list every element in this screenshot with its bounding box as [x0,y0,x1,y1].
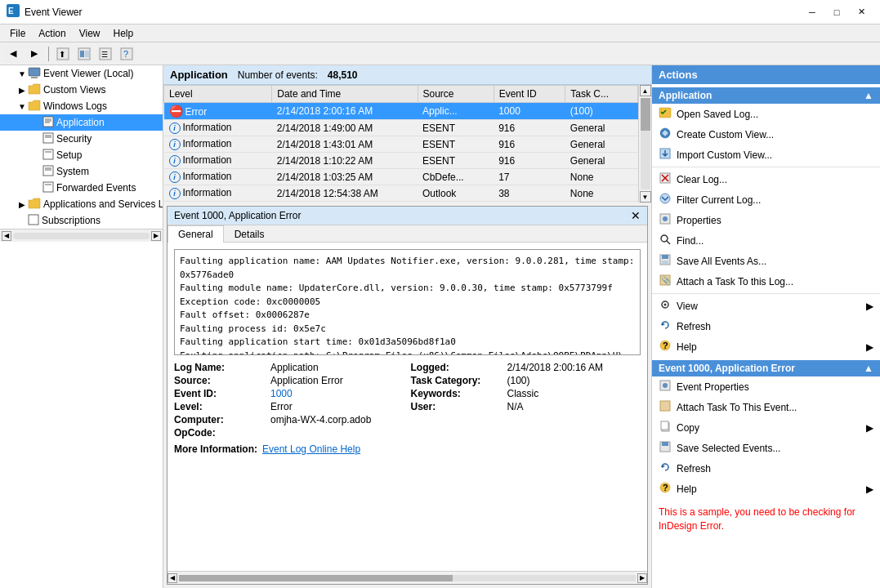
cell-eventid: 1000 [494,103,565,120]
find-icon [659,233,672,248]
table-row[interactable]: iInformation2/14/2018 1:43:01 AMESENT916… [164,136,638,153]
col-taskcategory[interactable]: Task C... [565,86,638,103]
action-help1[interactable]: ? Help ▶ [652,336,880,357]
properties-toolbar-button[interactable]: ☰ [96,45,115,63]
action-filter-log[interactable]: Filter Current Log... [652,189,880,210]
detail-scroll-left[interactable]: ◀ [168,573,177,583]
tree-subscriptions[interactable]: Subscriptions [0,212,163,229]
action-import-view[interactable]: Import Custom View... [652,145,880,165]
security-label: Security [56,133,92,145]
col-eventid[interactable]: Event ID [494,86,565,103]
tree-app-services[interactable]: ▶ Applications and Services Lo... [0,196,163,212]
properties-icon [659,212,672,228]
table-row[interactable]: iInformation2/14/2018 1:49:00 AMESENT916… [164,120,638,136]
table-scroll-area[interactable]: Level Date and Time Source Event ID Task… [163,85,638,203]
menu-help[interactable]: Help [107,26,141,41]
detail-hscroll[interactable]: ◀ ▶ [168,571,647,584]
section1-collapse-icon[interactable]: ▲ [864,90,873,101]
tree-toggle[interactable]: ▼ [16,69,28,78]
help-toolbar-button[interactable]: ? [117,45,136,63]
svg-text:?: ? [663,341,668,350]
view-icon [659,298,672,314]
detail-title: Event 1000, Application Error [174,210,301,221]
cell-task: None [565,185,638,202]
tree-security[interactable]: Security [0,131,163,147]
table-row[interactable]: ⛔Error2/14/2018 2:00:16 AMApplic...1000(… [164,103,638,120]
svg-rect-25 [43,182,53,192]
events-table: Level Date and Time Source Event ID Task… [163,85,638,202]
hscroll-track[interactable] [13,233,150,239]
action-copy[interactable]: Copy ▶ [652,417,880,438]
close-button[interactable]: ✕ [849,4,873,20]
action-attach-task-event[interactable]: Attach Task To This Event... [652,397,880,417]
app-services-toggle[interactable]: ▶ [16,200,28,209]
detail-scroll-thumb[interactable] [179,575,453,581]
svg-rect-27 [29,215,38,225]
table-row[interactable]: iInformation2/14/2018 1:10:22 AMESENT916… [164,153,638,169]
detail-scroll-track [179,575,636,581]
custom-views-toggle[interactable]: ▶ [16,86,28,95]
scroll-left-btn[interactable]: ◀ [2,231,11,241]
action-attach-task-log[interactable]: 📎 Attach a Task To this Log... [652,271,880,292]
menu-action[interactable]: Action [32,26,72,41]
actions-header: Actions [652,65,880,84]
back-button[interactable]: ◀ [3,45,23,63]
left-panel-scrollbar[interactable]: ◀ ▶ [0,229,163,242]
vscroll-thumb[interactable] [641,98,650,131]
detail-scroll-right[interactable]: ▶ [637,573,647,583]
tree-windows-logs[interactable]: ▼ Windows Logs [0,98,163,114]
table-row[interactable]: iInformation2/14/2018 1:03:25 AMCbDefe..… [164,169,638,185]
detail-close-button[interactable]: ✕ [631,209,641,222]
tree-setup[interactable]: Setup [0,147,163,163]
log-icon [42,116,54,130]
minimize-button[interactable]: ─ [800,4,824,20]
forward-button[interactable]: ▶ [25,45,44,63]
vscroll-up[interactable]: ▲ [640,85,651,96]
up-button[interactable]: ⬆ [53,45,73,63]
action-save-selected[interactable]: Save Selected Events... [652,438,880,458]
attach-task-icon: 📎 [659,274,672,289]
col-datetime[interactable]: Date and Time [272,86,418,103]
section2-collapse-icon[interactable]: ▲ [864,363,873,374]
tree-root[interactable]: ▼ Event Viewer (Local) [0,65,163,82]
table-row[interactable]: iInformation2/14/2018 12:54:38 AMOutlook… [164,185,638,202]
action-clear-log[interactable]: Clear Log... [652,169,880,189]
action-create-view[interactable]: Create Custom View... [652,124,880,145]
tab-general[interactable]: General [168,225,224,243]
open-log-icon [659,106,672,122]
action-view[interactable]: View ▶ [652,296,880,316]
log-name-label: Log Name: [174,362,264,373]
titlebar: E Event Viewer ─ □ ✕ [0,0,880,24]
menu-file[interactable]: File [3,26,32,41]
tree-custom-views[interactable]: ▶ Custom Views [0,82,163,98]
action-label: Help [677,483,697,495]
vscroll-down[interactable]: ▼ [640,191,651,203]
keywords-value: Classic [507,388,641,399]
action-refresh1[interactable]: Refresh [652,316,880,336]
section2-title: Event 1000, Application Error [659,363,795,374]
tab-details[interactable]: Details [224,225,275,243]
action-find[interactable]: Find... [652,230,880,251]
tree-forwarded-events[interactable]: Forwarded Events [0,180,163,196]
tree-system[interactable]: System [0,163,163,180]
tree-application[interactable]: Application [0,114,163,131]
windows-logs-toggle[interactable]: ▼ [16,102,28,111]
toolbar: ◀ ▶ ⬆ ☰ ? [0,42,880,65]
event-log-link[interactable]: Event Log Online Help [262,443,360,455]
action-refresh2[interactable]: Refresh [652,458,880,479]
action-help2[interactable]: ? Help ▶ [652,479,880,499]
scroll-right-btn[interactable]: ▶ [151,231,161,241]
menu-view[interactable]: View [73,26,107,41]
show-hide-button[interactable] [74,45,94,63]
maximize-button[interactable]: □ [824,4,849,20]
svg-point-45 [664,304,667,306]
vscroll-track [641,98,650,189]
action-event-properties[interactable]: Event Properties [652,376,880,397]
col-level[interactable]: Level [164,86,272,103]
table-vscroll[interactable]: ▲ ▼ [638,85,651,203]
action-open-log[interactable]: Open Saved Log... [652,104,880,124]
action-properties[interactable]: Properties [652,210,880,230]
svg-marker-46 [662,323,665,326]
action-save-all[interactable]: Save All Events As... [652,251,880,271]
col-source[interactable]: Source [418,86,494,103]
